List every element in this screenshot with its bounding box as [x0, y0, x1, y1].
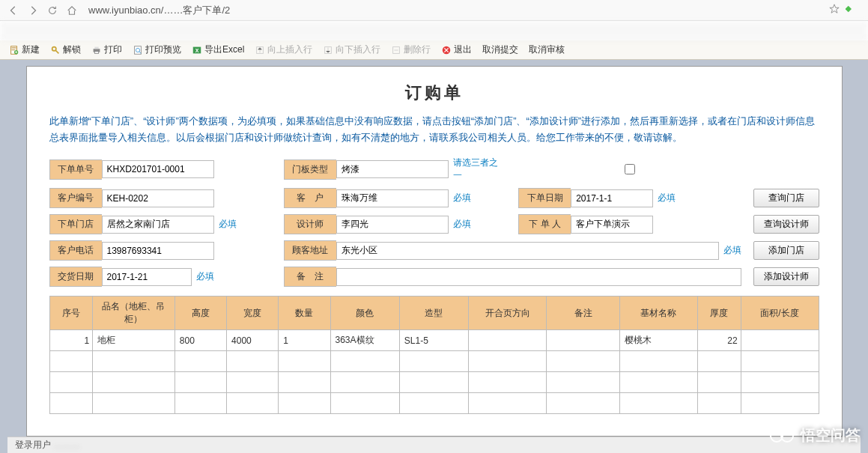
table-cell[interactable]	[49, 351, 93, 372]
cancel-submit-button[interactable]: 取消提交	[478, 42, 523, 58]
table-cell[interactable]	[741, 351, 819, 372]
login-user-label: 登录用户	[15, 440, 51, 450]
table-cell[interactable]	[93, 393, 175, 414]
table-cell[interactable]	[741, 372, 819, 393]
table-cell[interactable]	[469, 330, 547, 351]
table-cell[interactable]	[227, 351, 279, 372]
table-cell[interactable]	[49, 393, 93, 414]
unlock-button[interactable]: 解锁	[46, 42, 85, 58]
remark-label: 备 注	[284, 267, 336, 287]
table-cell[interactable]	[469, 393, 547, 414]
order-date-input[interactable]	[571, 189, 653, 207]
store-input[interactable]	[102, 216, 214, 234]
table-row[interactable]	[49, 372, 819, 393]
table-cell[interactable]	[93, 351, 175, 372]
panel-type-checkbox[interactable]	[625, 164, 635, 174]
table-cell[interactable]	[174, 372, 226, 393]
svg-text:X: X	[195, 47, 199, 52]
table-cell[interactable]	[93, 372, 175, 393]
table-cell[interactable]: 22	[697, 330, 741, 351]
back-button[interactable]	[6, 3, 21, 18]
table-header-cell: 宽度	[227, 297, 279, 330]
exit-button[interactable]: 退出	[437, 42, 476, 58]
table-cell[interactable]	[620, 372, 698, 393]
table-cell[interactable]	[741, 330, 819, 351]
order-no-input[interactable]	[102, 160, 214, 178]
add-designer-button[interactable]: 添加设计师	[753, 267, 819, 286]
refresh-button[interactable]	[45, 3, 60, 18]
table-cell[interactable]: 4000	[227, 330, 279, 351]
table-cell[interactable]	[279, 351, 330, 372]
cust-phone-input[interactable]	[102, 242, 214, 260]
remark-input[interactable]	[336, 268, 741, 286]
cust-addr-req: 必填	[723, 244, 741, 257]
table-cell[interactable]: 樱桃木	[620, 330, 698, 351]
cust-code-input[interactable]	[102, 189, 214, 207]
add-store-button[interactable]: 添加门店	[753, 241, 819, 260]
table-header-cell: 高度	[174, 297, 226, 330]
table-header-row: 序号品名（地柜、吊柜）高度宽度数量颜色造型开合页方向备注基材名称厚度面积/长度	[49, 297, 819, 330]
table-cell[interactable]	[279, 372, 330, 393]
export-excel-button[interactable]: X 导出Excel	[187, 42, 249, 58]
table-header-cell: 开合页方向	[469, 297, 547, 330]
table-cell[interactable]	[279, 393, 330, 414]
print-preview-button[interactable]: 打印预览	[128, 42, 186, 58]
table-cell[interactable]	[469, 351, 547, 372]
table-cell[interactable]	[330, 393, 399, 414]
table-row[interactable]	[49, 393, 819, 414]
forward-button[interactable]	[25, 3, 40, 18]
customer-req: 必填	[453, 192, 471, 204]
order-date-req: 必填	[658, 192, 676, 204]
table-header-cell: 基材名称	[620, 297, 698, 330]
table-cell[interactable]	[546, 372, 619, 393]
content-area: 订购单 此单新增“下单门店”、“设计师”两个数据项，为必填项，如果基础信息中没有…	[0, 60, 868, 453]
table-cell[interactable]	[227, 393, 279, 414]
table-cell[interactable]	[469, 372, 547, 393]
table-cell[interactable]	[697, 393, 741, 414]
table-cell[interactable]	[546, 330, 619, 351]
table-cell[interactable]: SL1-5	[399, 330, 468, 351]
table-cell[interactable]	[741, 393, 819, 414]
query-designer-button[interactable]: 查询设计师	[753, 215, 819, 234]
table-cell[interactable]	[330, 351, 399, 372]
table-cell[interactable]	[174, 393, 226, 414]
table-cell[interactable]	[546, 351, 619, 372]
table-cell[interactable]	[399, 393, 468, 414]
table-cell[interactable]: 363A横纹	[330, 330, 399, 351]
panel-type-input[interactable]	[336, 160, 449, 178]
favorite-icon[interactable]	[829, 4, 840, 16]
order-by-input[interactable]	[571, 216, 653, 234]
cancel-review-button[interactable]: 取消审核	[524, 42, 569, 58]
print-button[interactable]: 打印	[87, 42, 127, 58]
table-cell[interactable]	[174, 351, 226, 372]
svg-rect-0	[846, 6, 852, 12]
table-cell[interactable]: 1	[49, 330, 93, 351]
table-cell[interactable]	[49, 372, 93, 393]
table-cell[interactable]: 地柜	[93, 330, 175, 351]
table-cell[interactable]: 800	[174, 330, 226, 351]
table-cell[interactable]: 1	[279, 330, 330, 351]
table-header-cell: 颜色	[330, 297, 399, 330]
detail-table: 序号品名（地柜、吊柜）高度宽度数量颜色造型开合页方向备注基材名称厚度面积/长度 …	[49, 296, 819, 414]
table-cell[interactable]	[697, 351, 741, 372]
table-cell[interactable]	[330, 372, 399, 393]
table-cell[interactable]	[620, 393, 698, 414]
customer-input[interactable]	[336, 189, 449, 207]
extension-icon[interactable]	[846, 3, 858, 17]
new-button[interactable]: 新建	[4, 42, 44, 58]
designer-input[interactable]	[336, 216, 449, 234]
deliver-date-input[interactable]	[102, 268, 192, 286]
table-row[interactable]	[49, 351, 819, 372]
table-header-cell: 序号	[49, 297, 93, 330]
table-cell[interactable]	[227, 372, 279, 393]
table-cell[interactable]	[399, 372, 468, 393]
table-cell[interactable]	[620, 351, 698, 372]
table-cell[interactable]	[399, 351, 468, 372]
home-button[interactable]	[64, 3, 79, 18]
table-row[interactable]: 1地柜80040001363A横纹SL1-5樱桃木22	[49, 330, 819, 351]
table-cell[interactable]	[546, 393, 619, 414]
delete-row-button: 删除行	[386, 42, 435, 58]
cust-addr-input[interactable]	[336, 242, 719, 260]
query-store-button[interactable]: 查询门店	[753, 189, 819, 207]
table-cell[interactable]	[697, 372, 741, 393]
